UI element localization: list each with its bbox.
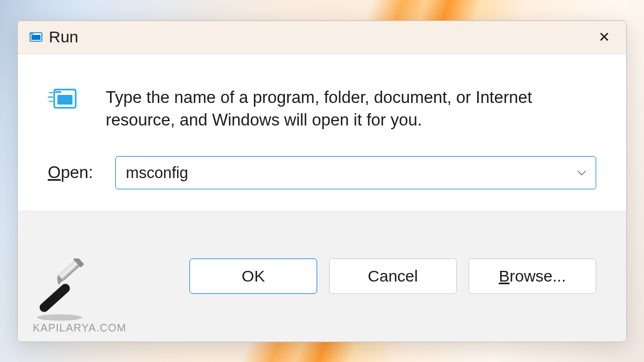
- browse-button[interactable]: Browse...: [469, 258, 596, 294]
- svg-rect-2: [30, 33, 33, 34]
- svg-rect-1: [32, 35, 41, 40]
- svg-rect-5: [55, 91, 61, 93]
- run-icon: [30, 31, 42, 43]
- svg-point-6: [37, 314, 82, 321]
- run-dialog: Run ✕ Type the name of a program, folder…: [17, 20, 627, 342]
- titlebar-title: Run: [49, 28, 592, 46]
- dialog-content: Type the name of a program, folder, docu…: [18, 54, 626, 211]
- open-input[interactable]: [126, 164, 573, 182]
- titlebar[interactable]: Run ✕: [18, 21, 626, 54]
- svg-rect-7: [38, 282, 71, 313]
- close-icon: ✕: [598, 30, 610, 44]
- watermark: KAPILARYA.COM: [33, 258, 127, 334]
- description-text: Type the name of a program, folder, docu…: [106, 86, 596, 132]
- description-row: Type the name of a program, folder, docu…: [48, 86, 596, 132]
- open-input-row: Open:: [48, 156, 596, 189]
- cancel-button[interactable]: Cancel: [329, 258, 457, 294]
- run-dialog-icon: [48, 88, 77, 110]
- close-button[interactable]: ✕: [592, 25, 617, 49]
- chevron-down-icon[interactable]: [577, 167, 586, 179]
- ok-button-label: OK: [241, 267, 265, 285]
- svg-rect-8: [58, 258, 82, 280]
- hammer-icon: [33, 258, 97, 322]
- browse-button-label: Browse...: [499, 267, 566, 285]
- svg-rect-4: [57, 95, 72, 105]
- cancel-button-label: Cancel: [368, 267, 418, 285]
- ok-button[interactable]: OK: [189, 258, 317, 294]
- watermark-text: KAPILARYA.COM: [33, 322, 127, 334]
- dialog-footer: KAPILARYA.COM OK Cancel Browse...: [18, 211, 626, 341]
- svg-rect-9: [73, 258, 84, 268]
- open-combobox[interactable]: [115, 156, 596, 189]
- open-label: Open:: [48, 163, 93, 182]
